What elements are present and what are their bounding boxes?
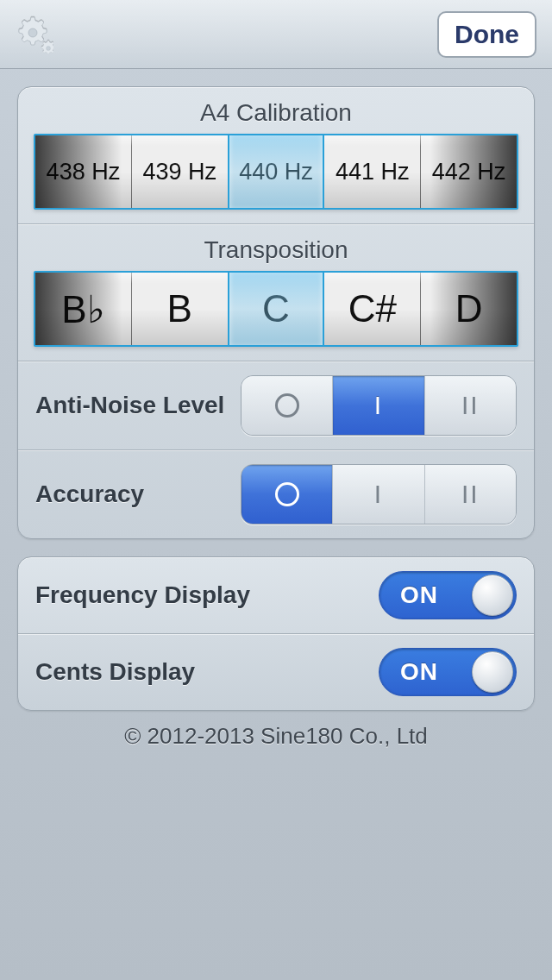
svg-point-0 <box>28 28 37 37</box>
circle-icon <box>275 482 299 506</box>
transposition-option[interactable]: B♭ <box>35 273 132 345</box>
anti-noise-segmented[interactable]: I II <box>241 375 517 436</box>
settings-panel-1: A4 Calibration 438 Hz 439 Hz 440 Hz 441 … <box>17 86 535 539</box>
anti-noise-seg-2[interactable]: II <box>425 376 516 435</box>
calibration-section: A4 Calibration 438 Hz 439 Hz 440 Hz 441 … <box>18 87 534 223</box>
transposition-section: Transposition B♭ B C C# D <box>18 224 534 361</box>
accuracy-seg-2[interactable]: II <box>425 465 516 524</box>
transposition-option[interactable]: C# <box>324 273 421 345</box>
transposition-picker[interactable]: B♭ B C C# D <box>34 271 518 347</box>
calibration-title: A4 Calibration <box>18 87 534 134</box>
toggle-knob <box>472 575 513 616</box>
calibration-option[interactable]: 441 Hz <box>324 135 421 208</box>
settings-gear-icon[interactable] <box>16 16 53 53</box>
transposition-title: Transposition <box>18 224 534 271</box>
calibration-option[interactable]: 440 Hz <box>229 135 325 208</box>
frequency-display-row: Frequency Display ON <box>18 557 534 633</box>
frequency-display-label: Frequency Display <box>35 581 379 609</box>
calibration-option[interactable]: 442 Hz <box>421 135 517 208</box>
cents-display-row: Cents Display ON <box>18 633 534 710</box>
anti-noise-seg-1[interactable]: I <box>333 376 424 435</box>
toggle-knob <box>472 651 513 693</box>
accuracy-row: Accuracy I II <box>18 449 534 538</box>
settings-panel-2: Frequency Display ON Cents Display ON <box>17 556 535 711</box>
svg-point-1 <box>47 46 51 50</box>
toggle-on-label: ON <box>400 658 438 686</box>
transposition-option[interactable]: D <box>421 273 517 345</box>
anti-noise-seg-0[interactable] <box>242 376 333 435</box>
accuracy-segmented[interactable]: I II <box>241 464 517 525</box>
cents-display-label: Cents Display <box>35 658 379 686</box>
frequency-display-toggle[interactable]: ON <box>379 571 517 619</box>
transposition-option[interactable]: C <box>229 273 325 345</box>
accuracy-seg-0[interactable] <box>242 465 333 524</box>
toggle-on-label: ON <box>400 581 438 609</box>
calibration-option[interactable]: 438 Hz <box>35 135 132 208</box>
accuracy-seg-1[interactable]: I <box>333 465 424 524</box>
anti-noise-row: Anti-Noise Level I II <box>18 361 534 449</box>
calibration-picker[interactable]: 438 Hz 439 Hz 440 Hz 441 Hz 442 Hz <box>34 134 518 210</box>
calibration-option[interactable]: 439 Hz <box>132 135 229 208</box>
done-button[interactable]: Done <box>437 11 536 58</box>
circle-icon <box>275 393 299 418</box>
header-bar: Done <box>0 0 552 69</box>
copyright-footer: © 2012-2013 Sine180 Co., Ltd <box>0 711 552 750</box>
cents-display-toggle[interactable]: ON <box>379 648 517 696</box>
anti-noise-label: Anti-Noise Level <box>35 392 241 419</box>
accuracy-label: Accuracy <box>35 481 241 508</box>
transposition-option[interactable]: B <box>132 273 229 345</box>
